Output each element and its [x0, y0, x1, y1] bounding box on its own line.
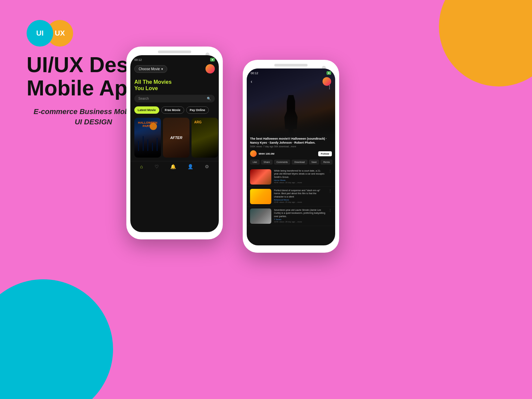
video-info-1: While being transferred for a court date…	[274, 169, 326, 183]
nav-favorites-icon[interactable]: ♡	[155, 164, 159, 169]
video-thumb-1	[250, 169, 271, 185]
video-more-3[interactable]: ⋮	[329, 208, 332, 212]
video-category-3: T Series	[274, 218, 326, 220]
phone1-user-avatar[interactable]	[205, 64, 215, 73]
video-thumb-3	[250, 208, 271, 224]
tree-4	[152, 143, 153, 151]
action-remix[interactable]: Remix	[321, 160, 332, 165]
video-item-1[interactable]: While being transferred for a court date…	[247, 167, 335, 187]
channel-name: MHH 100.0M	[259, 152, 274, 155]
bg-circle-blue	[0, 279, 113, 399]
nav-profile-icon[interactable]: 👤	[188, 164, 193, 169]
filter-latest-movie[interactable]: Latest Movie	[134, 106, 159, 114]
video-item-3[interactable]: Seventeen-year-old Laurie Strode (Jamie …	[247, 206, 335, 226]
phone2-channel-row: MHH 100.0M Follow	[247, 149, 335, 158]
action-download[interactable]: Download	[292, 160, 307, 165]
channel-avatar	[250, 150, 257, 157]
after-title: AFTER	[170, 136, 183, 140]
phone-1: 00:12 ■ Choose Movie ▾ All The Movies Yo…	[126, 47, 223, 239]
phone-2: 00:12 ■ ‹ ⋮ The best Halloween movie!!! …	[243, 60, 339, 253]
nav-notifications-icon[interactable]: 🔔	[170, 164, 176, 169]
phone1-movie-list: HALLOWEENPARTY AFTER ARG	[130, 116, 219, 160]
video-more-1[interactable]: ⋮	[329, 169, 332, 173]
tree-2	[143, 136, 144, 151]
phone2-movie-meta: 500K views· 7 day ago 50K download...mor…	[247, 145, 335, 149]
phone2-user-avatar[interactable]	[323, 77, 331, 86]
video-info-3: Seventeen-year-old Laurie Strode (Jamie …	[274, 208, 326, 222]
other-movie-title: ARG	[192, 118, 218, 127]
phone1-filter-row: Latest Movie Free Movie Pay Online	[130, 104, 219, 116]
phone2-video-list: While being transferred for a court date…	[247, 166, 335, 227]
video-category-1: Horror Movie	[274, 179, 326, 181]
logo-area: UI UX	[27, 20, 73, 47]
phone2-top-nav: ‹	[247, 76, 335, 87]
search-placeholder: Search	[138, 97, 149, 100]
phone2-action-row: Like Share Comments Download Save Remix	[247, 158, 335, 166]
phone1-nav-bar: ⌂ ♡ 🔔 👤 ⚙	[130, 161, 219, 172]
video-desc-3: Seventeen-year-old Laurie Strode (Jamie …	[274, 208, 326, 217]
action-like[interactable]: Like	[250, 160, 260, 165]
filter-free-movie[interactable]: Free Movie	[161, 106, 184, 114]
logo-ui-circle: UI	[27, 20, 53, 47]
video-desc-2: Perfect blend of suspense and "slash em …	[274, 189, 326, 198]
hero-overlay	[247, 108, 335, 135]
tree-1	[138, 141, 139, 151]
nav-home-icon[interactable]: ⌂	[140, 164, 143, 169]
phone2-movie-title: The best Halloween movie!!! Halloween (s…	[247, 135, 335, 145]
phone1-search-bar[interactable]: Search 🔍	[134, 95, 215, 102]
phone1-headline: All The Movies You Love	[130, 76, 219, 93]
search-icon: 🔍	[207, 97, 211, 100]
video-more-2[interactable]: ⋮	[329, 189, 332, 193]
filter-pay-online[interactable]: Pay Online	[186, 106, 209, 114]
phone-1-screen: 00:12 ■ Choose Movie ▾ All The Movies Yo…	[130, 55, 219, 232]
video-info-2: Perfect blend of suspense and "slash em …	[274, 189, 326, 203]
phone1-header: Choose Movie ▾	[130, 63, 219, 76]
choose-movie-dropdown[interactable]: Choose Movie ▾	[134, 65, 167, 73]
back-button[interactable]: ‹	[251, 79, 252, 84]
movie-card-other[interactable]: ARG	[192, 118, 218, 158]
movie-card-after[interactable]: AFTER	[163, 118, 190, 158]
phone1-battery: ■	[210, 58, 215, 62]
nav-settings-icon[interactable]: ⚙	[205, 164, 209, 169]
video-thumb-2	[250, 189, 271, 204]
video-stats-2: 234K views· 25 day ago ...more	[274, 201, 326, 203]
phone-2-notch	[274, 64, 308, 66]
video-item-2[interactable]: Perfect blend of suspense and "slash em …	[247, 187, 335, 206]
bg-circle-orange-top-right	[439, 0, 532, 86]
tree-decoration	[136, 134, 159, 151]
follow-button[interactable]: Follow	[318, 151, 332, 156]
movie-card-halloween[interactable]: HALLOWEENPARTY	[134, 118, 161, 158]
video-category-2: Bollywood Movie	[274, 199, 326, 201]
action-comments[interactable]: Comments	[274, 160, 291, 165]
phones-area: 00:12 ■ Choose Movie ▾ All The Movies Yo…	[126, 47, 339, 253]
action-save[interactable]: Save	[309, 160, 320, 165]
phone1-status-bar: 00:12 ■	[130, 55, 219, 63]
channel-info: MHH 100.0M	[250, 150, 274, 157]
video-stats-3: 334K views· 28 day ago ...more	[274, 221, 326, 223]
video-stats-1: 454K views· 20 day ago ...more	[274, 182, 326, 184]
phone-2-screen: 00:12 ■ ‹ ⋮ The best Halloween movie!!! …	[247, 68, 335, 245]
phone2-battery: ■	[327, 71, 331, 75]
tree-5	[157, 138, 158, 151]
tree-3	[147, 139, 148, 151]
phone2-status-bar: 00:12 ■	[247, 68, 335, 76]
video-desc-1: While being transferred for a court date…	[274, 169, 326, 178]
phone-1-notch	[158, 51, 191, 53]
halloween-title: HALLOWEENPARTY	[136, 121, 160, 128]
action-share[interactable]: Share	[261, 160, 273, 165]
